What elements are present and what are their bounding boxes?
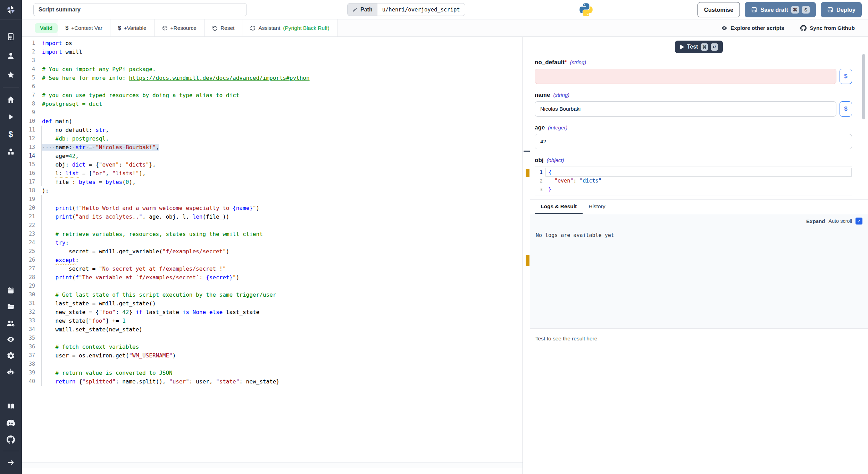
code-line[interactable]: 10def main(: [22, 117, 523, 126]
add-context-var-label: +Context Var: [71, 25, 102, 31]
sidebar-item-variables-dollar[interactable]: $: [0, 126, 22, 143]
test-button[interactable]: Test ⌘ ↵: [675, 41, 723, 53]
code-line[interactable]: 38: [22, 360, 523, 369]
code-line[interactable]: 16 l: list = ["or", "lists!"],: [22, 169, 523, 178]
code-line[interactable]: 24 try:: [22, 238, 523, 247]
code-line[interactable]: 37 user = os.environ.get("WM_USERNAME"): [22, 351, 523, 360]
code-line[interactable]: 15 obj: dict = {"even": "dicts"},: [22, 160, 523, 169]
code-line[interactable]: 13····name:·str·=·"Nicolas·Bourbaki",: [22, 143, 523, 152]
name-input[interactable]: [535, 101, 836, 117]
no_default-input[interactable]: [535, 69, 836, 84]
insert-variable-button[interactable]: $: [840, 69, 852, 84]
code-line[interactable]: 34 wmill.set_state(new_state): [22, 325, 523, 334]
edit-path-button[interactable]: Path: [347, 3, 377, 16]
code-line[interactable]: 19: [22, 195, 523, 204]
code-line[interactable]: 28 print(f"The variable at `f/examples/s…: [22, 273, 523, 282]
line-number: 1: [22, 39, 35, 48]
code-line[interactable]: 40 return {"splitted": name.split(), "us…: [22, 377, 523, 386]
add-variable-button[interactable]: $ +Variable: [110, 19, 155, 36]
line-content: def main(: [42, 117, 72, 126]
code-line[interactable]: 17 file_: bytes = bytes(0),: [22, 178, 523, 186]
code-line[interactable]: 36 # fetch context variables: [22, 342, 523, 351]
sidebar-item-docs-book[interactable]: [0, 398, 22, 415]
reset-button[interactable]: Reset: [205, 19, 243, 36]
insert-variable-button[interactable]: $: [840, 101, 852, 117]
test-row: Test ⌘ ↵: [530, 41, 868, 53]
line-content: user = os.environ.get("WM_USERNAME"): [42, 351, 176, 360]
code-line[interactable]: 7# you can use typed resources by doing …: [22, 91, 523, 100]
code-line[interactable]: 20 print(f"Hello World and a warm welcom…: [22, 204, 523, 212]
sidebar-item-resources-cubes[interactable]: [0, 143, 22, 160]
indent-guide: [41, 126, 42, 134]
code-line[interactable]: 23 # retrieve variables, resources, stat…: [22, 230, 523, 238]
code-line[interactable]: 9: [22, 108, 523, 117]
assistant-label: Assistant: [258, 25, 280, 31]
customise-button[interactable]: Customise: [698, 2, 740, 17]
code-line[interactable]: 25 secret = wmill.get_variable("f/exampl…: [22, 247, 523, 256]
code-line[interactable]: 14 age=42,: [22, 152, 523, 160]
code-line[interactable]: 2import wmill: [22, 48, 523, 56]
obj-json-editor[interactable]: 1{2 "even": "dicts"3}: [535, 167, 852, 195]
sync-from-github-link[interactable]: Sync from Github: [800, 25, 855, 31]
sidebar-item-workers-robot[interactable]: [0, 364, 22, 380]
sidebar-item-folders[interactable]: [0, 298, 22, 315]
code-line[interactable]: 8#postgresql = dict: [22, 100, 523, 108]
undo-icon: [212, 25, 218, 31]
code-line[interactable]: 12 #db: postgresql,: [22, 134, 523, 143]
age-input[interactable]: [535, 134, 852, 149]
code-editor[interactable]: 1import os2import wmill34# You can impor…: [22, 37, 523, 468]
sidebar-item-workspace-building[interactable]: [0, 27, 22, 46]
line-number: 30: [22, 290, 35, 299]
line-content: new_state = {"foo": 42} if last_state is…: [42, 308, 259, 316]
code-line[interactable]: 27 secret = "No secret yet at f/examples…: [22, 264, 523, 273]
script-summary-input[interactable]: [33, 3, 247, 16]
panel-scrollbar[interactable]: [862, 54, 865, 119]
sidebar-item-github[interactable]: [0, 431, 22, 448]
code-line[interactable]: 21 print("and its acolytes..", age, obj,…: [22, 212, 523, 221]
expand-button[interactable]: Expand: [806, 218, 825, 224]
code-line[interactable]: 1import os: [22, 39, 523, 48]
code-line[interactable]: 6: [22, 82, 523, 91]
windmill-logo-icon[interactable]: [0, 0, 22, 19]
autoscroll-checkbox[interactable]: ✓: [856, 218, 862, 225]
tab-history[interactable]: History: [583, 200, 611, 214]
sidebar-item-discord[interactable]: [0, 415, 22, 431]
sidebar-item-groups-users[interactable]: [0, 315, 22, 331]
sidebar-item-favorites-star[interactable]: [0, 65, 22, 84]
json-editor-line[interactable]: 2 "even": "dicts": [535, 177, 852, 185]
code-line[interactable]: 22: [22, 221, 523, 230]
code-line[interactable]: 31 last_state = wmill.get_state(): [22, 299, 523, 308]
deploy-button[interactable]: Deploy: [821, 2, 862, 17]
sidebar-item-user[interactable]: [0, 46, 22, 65]
save-draft-button[interactable]: Save draft ⌘ S: [745, 2, 816, 17]
code-line[interactable]: 35: [22, 334, 523, 342]
sidebar-item-settings-gear[interactable]: [0, 347, 22, 364]
code-line[interactable]: 30 # Get last state of this script execu…: [22, 290, 523, 299]
code-line[interactable]: 26 except:: [22, 256, 523, 264]
assistant-button[interactable]: Assistant (Pyright Black Ruff): [242, 19, 337, 36]
code-line[interactable]: 11 no_default: str,: [22, 126, 523, 134]
code-line[interactable]: 39 # return value is converted to JSON: [22, 369, 523, 377]
code-line[interactable]: 3: [22, 56, 523, 65]
sidebar-item-runs-play[interactable]: [0, 108, 22, 126]
tab-logs-result[interactable]: Logs & Result: [535, 200, 583, 214]
sidebar-item-expand-arrow-right[interactable]: [0, 454, 22, 471]
add-resource-button[interactable]: +Resource: [155, 19, 205, 36]
json-editor-line[interactable]: 1{: [535, 168, 852, 177]
code-line[interactable]: 29: [22, 282, 523, 290]
json-editor-line[interactable]: 3}: [535, 185, 852, 194]
sidebar-item-home[interactable]: [0, 91, 22, 108]
dollar-icon: $: [65, 25, 68, 31]
explore-other-scripts-link[interactable]: Explore other scripts: [721, 25, 784, 31]
code-line[interactable]: 33 new_state["foo"] += 1: [22, 316, 523, 325]
script-path-value[interactable]: u/henri/overjoyed_script: [377, 3, 465, 16]
code-line[interactable]: 5# See here for more info: https://docs.…: [22, 74, 523, 82]
sidebar-item-schedules-calendar[interactable]: [0, 282, 22, 298]
workspace-building-icon: [7, 33, 15, 41]
code-line[interactable]: 18):: [22, 186, 523, 195]
code-line[interactable]: 32 new_state = {"foo": 42} if last_state…: [22, 308, 523, 316]
line-number: 5: [22, 74, 35, 82]
add-context-var-button[interactable]: $ +Context Var: [58, 19, 110, 36]
code-line[interactable]: 4# You can import any PyPi package.: [22, 65, 523, 74]
sidebar-item-audit-eye[interactable]: [0, 331, 22, 347]
